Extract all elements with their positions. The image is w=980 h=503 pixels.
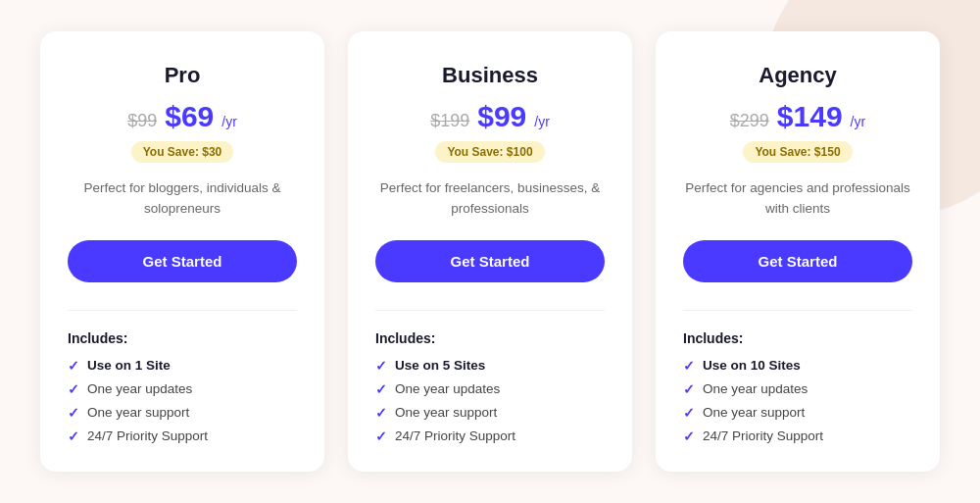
includes-label: Includes: [375, 330, 605, 346]
feature-item: ✓ One year support [375, 405, 605, 421]
feature-item: ✓ 24/7 Priority Support [375, 428, 605, 444]
per-year: /yr [851, 114, 866, 129]
plan-description: Perfect for agencies and professionals w… [683, 178, 912, 219]
feature-text: Use on 5 Sites [395, 358, 485, 373]
plan-name: Business [442, 63, 538, 88]
check-icon: ✓ [375, 381, 387, 397]
price-row: $99 $69 /yr [127, 100, 237, 133]
old-price: $299 [730, 111, 769, 131]
feature-item: ✓ 24/7 Priority Support [683, 428, 912, 444]
feature-text: 24/7 Priority Support [703, 428, 823, 443]
plan-description: Perfect for bloggers, individuals & solo… [68, 178, 297, 219]
new-price: $149 [777, 100, 843, 133]
plan-description: Perfect for freelancers, businesses, & p… [375, 178, 605, 219]
feature-text: 24/7 Priority Support [87, 428, 208, 443]
check-icon: ✓ [683, 381, 695, 397]
savings-badge: You Save: $150 [743, 141, 852, 163]
savings-badge: You Save: $30 [131, 141, 233, 163]
feature-item: ✓ One year support [683, 405, 912, 421]
price-row: $299 $149 /yr [730, 100, 865, 133]
feature-item: ✓ One year support [68, 405, 297, 421]
pricing-card-agency: Agency $299 $149 /yr You Save: $150 Perf… [656, 31, 940, 472]
feature-text: 24/7 Priority Support [395, 428, 515, 443]
feature-item: ✓ Use on 5 Sites [375, 358, 605, 374]
feature-item: ✓ Use on 10 Sites [683, 358, 912, 374]
feature-text: One year support [395, 405, 497, 420]
features-list: ✓ Use on 1 Site ✓ One year updates ✓ One… [68, 358, 297, 444]
pricing-card-pro: Pro $99 $69 /yr You Save: $30 Perfect fo… [40, 31, 324, 472]
feature-text: One year updates [703, 381, 808, 396]
check-icon: ✓ [68, 428, 79, 444]
includes-label: Includes: [683, 330, 912, 346]
price-row: $199 $99 /yr [430, 100, 550, 133]
per-year: /yr [534, 114, 550, 129]
feature-text: Use on 1 Site [87, 358, 171, 373]
feature-item: ✓ One year updates [683, 381, 912, 397]
features-list: ✓ Use on 5 Sites ✓ One year updates ✓ On… [375, 358, 605, 444]
check-icon: ✓ [683, 428, 695, 444]
get-started-button[interactable]: Get Started [375, 240, 605, 282]
divider [683, 310, 912, 311]
features-list: ✓ Use on 10 Sites ✓ One year updates ✓ O… [683, 358, 912, 444]
check-icon: ✓ [375, 358, 387, 374]
divider [68, 310, 297, 311]
old-price: $199 [430, 111, 469, 131]
per-year: /yr [221, 114, 237, 129]
feature-item: ✓ 24/7 Priority Support [68, 428, 297, 444]
check-icon: ✓ [683, 405, 695, 421]
check-icon: ✓ [683, 358, 695, 374]
feature-item: ✓ Use on 1 Site [68, 358, 297, 374]
pricing-container: Pro $99 $69 /yr You Save: $30 Perfect fo… [0, 2, 980, 501]
plan-name: Pro [165, 63, 201, 88]
divider [375, 310, 605, 311]
old-price: $99 [127, 111, 157, 131]
feature-text: Use on 10 Sites [703, 358, 801, 373]
feature-text: One year support [703, 405, 805, 420]
check-icon: ✓ [68, 358, 79, 374]
feature-item: ✓ One year updates [68, 381, 297, 397]
check-icon: ✓ [68, 381, 79, 397]
feature-item: ✓ One year updates [375, 381, 605, 397]
pricing-card-business: Business $199 $99 /yr You Save: $100 Per… [348, 31, 632, 472]
card-top: Business $199 $99 /yr You Save: $100 Per… [375, 63, 605, 310]
card-top: Agency $299 $149 /yr You Save: $150 Perf… [683, 63, 912, 310]
get-started-button[interactable]: Get Started [68, 240, 297, 282]
card-top: Pro $99 $69 /yr You Save: $30 Perfect fo… [68, 63, 297, 310]
savings-badge: You Save: $100 [435, 141, 544, 163]
includes-label: Includes: [68, 330, 297, 346]
check-icon: ✓ [375, 428, 387, 444]
new-price: $99 [477, 100, 526, 133]
check-icon: ✓ [375, 405, 387, 421]
get-started-button[interactable]: Get Started [683, 240, 912, 282]
feature-text: One year updates [87, 381, 192, 396]
feature-text: One year support [87, 405, 189, 420]
new-price: $69 [165, 100, 214, 133]
feature-text: One year updates [395, 381, 500, 396]
check-icon: ✓ [68, 405, 79, 421]
plan-name: Agency [759, 63, 836, 88]
